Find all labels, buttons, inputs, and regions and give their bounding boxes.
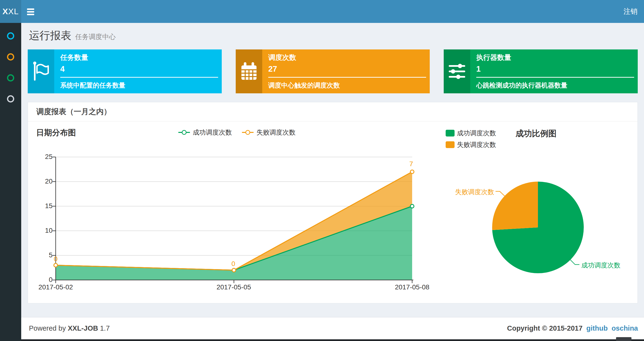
pie-chart-canvas <box>441 154 641 294</box>
github-link[interactable]: github <box>586 324 608 332</box>
stat-card-value: 27 <box>268 64 426 74</box>
circle-o-icon <box>7 95 14 103</box>
hamburger-icon <box>27 9 34 10</box>
circle-o-icon <box>7 32 14 40</box>
panel-title: 调度报表（一月之内） <box>28 102 638 122</box>
stat-card-value: 1 <box>476 64 634 74</box>
stat-card-value: 4 <box>60 64 218 74</box>
powered-by: Powered by XXL-JOB 1.7 <box>29 317 110 339</box>
app-logo[interactable]: XXL <box>0 0 21 23</box>
pie-callout-success: 成功调度次数 <box>581 261 620 270</box>
sidebar-toggle-button[interactable] <box>21 0 40 23</box>
stat-card-jobs: 任务数量 4 系统中配置的任务数量 <box>28 50 222 93</box>
divider <box>60 77 218 78</box>
logout-link[interactable]: 注销 <box>624 0 638 23</box>
stat-card-desc: 调度中心触发的调度次数 <box>268 82 426 89</box>
calendar-icon <box>236 50 262 93</box>
data-point-label: 0 <box>48 255 63 263</box>
window-bottom-edge <box>0 339 644 341</box>
stat-card-desc: 系统中配置的任务数量 <box>60 82 218 89</box>
legend-swatch-icon <box>446 141 454 148</box>
y-axis-tick: 10 <box>38 227 52 234</box>
horizontal-scrollbar-thumb[interactable] <box>616 337 632 341</box>
page-header: 运行报表 任务调度中心 <box>29 29 116 43</box>
sidebar-item-4[interactable] <box>0 88 21 109</box>
footer: Powered by XXL-JOB 1.7 Copyright © 2015-… <box>0 317 644 339</box>
x-axis-label: 2017-05-08 <box>383 283 441 291</box>
x-axis-label: 2017-05-05 <box>205 283 263 291</box>
stat-card-executors: 执行器数量 1 心跳检测成功的执行器机器数量 <box>444 50 638 93</box>
data-point-label: 7 <box>404 160 418 168</box>
sidebar-item-2[interactable] <box>0 46 21 67</box>
product-name: XXL-JOB <box>68 324 98 332</box>
y-axis-tick: 20 <box>38 177 52 185</box>
copyright: Copyright © 2015-2017 github oschina <box>507 317 638 339</box>
pie-chart-title: 成功比例图 <box>495 128 577 139</box>
y-axis-tick: 15 <box>38 202 52 210</box>
top-navbar: XXL 注销 <box>0 0 644 23</box>
circle-o-icon <box>7 53 14 61</box>
pie-slice-fail[interactable] <box>492 182 538 230</box>
page-subtitle: 任务调度中心 <box>75 32 116 42</box>
circle-o-icon <box>7 74 14 82</box>
divider <box>268 77 426 78</box>
collapsed-sidebar <box>0 23 21 341</box>
stat-card-title: 调度次数 <box>268 53 426 62</box>
sidebar-item-1[interactable] <box>0 25 21 46</box>
line-area-chart-canvas <box>28 134 433 298</box>
oschina-link[interactable]: oschina <box>612 324 638 332</box>
pie-legend-item-fail[interactable]: 失败调度次数 <box>446 140 496 149</box>
legend-swatch-icon <box>446 130 454 137</box>
pie-legend-item-success[interactable]: 成功调度次数 <box>446 129 496 137</box>
data-point-label: 0 <box>226 260 240 268</box>
pie-callout-line-success <box>570 260 580 264</box>
pie-callout-fail: 失败调度次数 <box>444 188 494 196</box>
stat-card-desc: 心跳检测成功的执行器机器数量 <box>476 82 634 89</box>
pie-callout-line-fail <box>496 191 505 196</box>
stat-card-triggers: 调度次数 27 调度中心触发的调度次数 <box>236 50 430 93</box>
page-title: 运行报表 <box>29 29 71 43</box>
sidebar-item-3[interactable] <box>0 67 21 88</box>
stat-card-title: 任务数量 <box>60 53 218 62</box>
stat-card-title: 执行器数量 <box>476 53 634 62</box>
flag-icon <box>28 50 54 93</box>
sliders-icon <box>444 50 470 93</box>
y-axis-tick: 25 <box>38 153 52 161</box>
y-axis-tick: 0 <box>38 276 52 284</box>
divider <box>476 77 634 78</box>
app-logo-text: X <box>2 7 8 16</box>
x-axis-label: 2017-05-02 <box>27 283 84 291</box>
